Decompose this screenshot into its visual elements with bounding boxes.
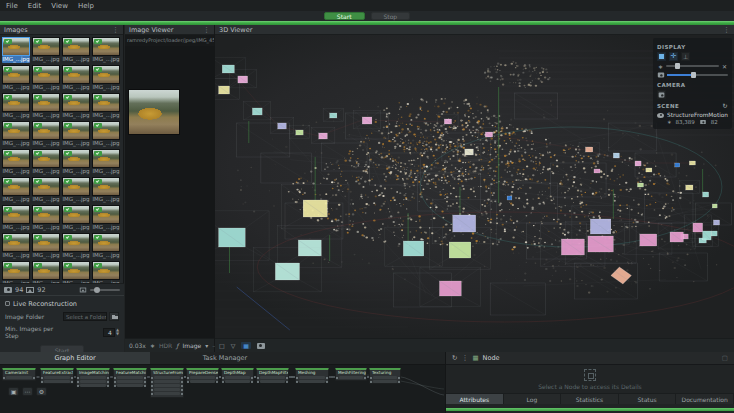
image-thumbnail[interactable]: IMG_...jpg xyxy=(2,121,30,147)
start-button[interactable]: Start xyxy=(324,12,365,20)
graph-node-meshing[interactable]: Meshing xyxy=(295,368,329,383)
image-thumbnail[interactable]: IMG_...jpg xyxy=(62,121,90,147)
image-thumbnail[interactable]: IMG_...jpg xyxy=(32,233,60,259)
image-thumbnail[interactable]: IMG_...jpg xyxy=(2,261,30,283)
view-mode-select[interactable]: Image xyxy=(182,342,201,349)
image-folder-field[interactable]: Select a Folder xyxy=(63,312,107,321)
scene-cameras-icon xyxy=(700,120,706,124)
graph-node-preparedensescene[interactable]: PrepareDenseScene xyxy=(186,368,219,382)
image-thumbnail[interactable]: IMG_...jpg xyxy=(32,65,60,91)
camera-view-icon[interactable] xyxy=(657,90,666,99)
graph-node-featurematching[interactable]: FeatureMatching xyxy=(113,368,147,387)
image-thumbnail[interactable]: IMG_...jpg xyxy=(62,205,90,231)
min-images-stepper[interactable]: ▲▼ xyxy=(116,328,119,336)
detail-tab-statistics[interactable]: Statistics xyxy=(561,394,619,404)
menu-item-help[interactable]: Help xyxy=(78,2,94,10)
reset-icon[interactable]: ✕ xyxy=(721,63,728,70)
graph-node-meshfiltering[interactable]: MeshFiltering xyxy=(335,368,367,381)
tab-task-manager[interactable]: Task Manager xyxy=(150,352,300,364)
exposure-icon[interactable]: ƒ xyxy=(176,342,178,349)
menu-item-view[interactable]: View xyxy=(51,2,68,10)
graph-node-title: DepthMap xyxy=(222,370,253,375)
node-detail-tabs: AttributesLogStatisticsStatusDocumentati… xyxy=(446,393,734,404)
viewer-3d-menu-icon[interactable]: ⋮ xyxy=(723,27,730,33)
graph-node-featureextraction[interactable]: FeatureExtraction xyxy=(40,368,74,384)
image-thumbnail[interactable]: IMG_...jpg xyxy=(92,177,120,203)
graph-node-depthmap[interactable]: DepthMap xyxy=(221,368,254,382)
image-thumbnail[interactable]: IMG_...jpg xyxy=(2,149,30,175)
image-thumbnail[interactable]: IMG_...jpg xyxy=(92,93,120,119)
image-thumbnail[interactable]: IMG_...jpg xyxy=(62,233,90,259)
points-mode-icon[interactable]: ▦ xyxy=(241,342,251,349)
image-thumbnail[interactable]: IMG_...jpg xyxy=(2,37,30,63)
image-thumbnail[interactable]: IMG_...jpg xyxy=(92,65,120,91)
image-thumbnail[interactable]: IMG_...jpg xyxy=(62,261,90,283)
graph-node-imagematching[interactable]: ImageMatching xyxy=(76,368,110,387)
image-thumbnail[interactable]: IMG_...jpg xyxy=(2,93,30,119)
gizmo-toggle-icon[interactable]: ✛ xyxy=(669,52,678,61)
tab-graph-editor[interactable]: Graph Editor xyxy=(0,352,150,364)
node-menu-icon[interactable]: ⋮ xyxy=(461,355,468,361)
image-thumbnail[interactable]: IMG_...jpg xyxy=(92,121,120,147)
image-thumbnail[interactable]: IMG_...jpg xyxy=(32,149,60,175)
grid-toggle-icon[interactable] xyxy=(657,52,666,61)
image-viewer-menu-icon[interactable]: ⋮ xyxy=(203,27,210,33)
image-thumbnail[interactable]: IMG_...jpg xyxy=(32,121,60,147)
viewport-3d[interactable]: DISPLAY ✛ ⊥ ∗ ✕ CAMERA SCE xyxy=(215,35,734,338)
image-thumbnail[interactable]: IMG_...jpg xyxy=(32,205,60,231)
image-thumbnail[interactable]: IMG_...jpg xyxy=(62,65,90,91)
image-thumbnail[interactable]: IMG_...jpg xyxy=(2,65,30,91)
image-thumbnail[interactable]: IMG_...jpg xyxy=(32,93,60,119)
grid-mode-icon[interactable]: ▽ xyxy=(231,342,236,349)
browse-folder-button[interactable] xyxy=(109,312,119,321)
image-thumbnail[interactable]: IMG_...jpg xyxy=(62,93,90,119)
graph-node-structurefrommotion[interactable]: StructureFromMotion xyxy=(150,368,184,398)
stop-button[interactable]: Stop xyxy=(371,12,411,20)
hdr-toggle[interactable]: HDR xyxy=(159,342,172,349)
graph-node-texturing[interactable]: Texturing xyxy=(369,368,401,384)
point-size-slider[interactable] xyxy=(666,65,719,67)
min-images-value[interactable]: 4 xyxy=(103,328,115,337)
detail-tab-log[interactable]: Log xyxy=(504,394,562,404)
cameras-visibility-icon[interactable] xyxy=(257,343,265,349)
visibility-eye-icon[interactable] xyxy=(657,113,664,118)
panel-expand-icon[interactable]: ▢ xyxy=(722,354,728,362)
image-thumbnail[interactable]: IMG_...jpg xyxy=(92,205,120,231)
graph-settings-button[interactable]: ⚙ xyxy=(36,387,47,396)
detail-tab-status[interactable]: Status xyxy=(619,394,677,404)
image-thumbnail[interactable]: IMG_...jpg xyxy=(92,37,120,63)
image-thumbnail[interactable]: IMG_...jpg xyxy=(2,205,30,231)
scene-refresh-icon[interactable]: ↻ xyxy=(723,102,728,109)
node-refresh-icon[interactable]: ↻ xyxy=(452,354,457,362)
graph-node-camerainit[interactable]: CameraInit xyxy=(2,368,36,381)
image-thumbnail[interactable]: IMG_...jpg xyxy=(92,261,120,283)
image-thumbnail[interactable]: IMG_...jpg xyxy=(2,233,30,259)
detail-tab-documentation[interactable]: Documentation xyxy=(676,394,734,404)
graph-node-depthmapfilter[interactable]: DepthMapFilter xyxy=(256,368,289,382)
live-reconstruction-toggle[interactable] xyxy=(5,301,10,306)
features-icon[interactable]: ∗ xyxy=(150,342,155,349)
image-thumbnail[interactable]: IMG_...jpg xyxy=(62,149,90,175)
wireframe-mode-icon[interactable]: □ xyxy=(219,342,225,349)
image-thumbnail[interactable]: IMG_...jpg xyxy=(62,177,90,203)
thumb-size-slider[interactable] xyxy=(90,289,120,291)
menu-item-file[interactable]: File xyxy=(6,2,18,10)
image-thumbnail[interactable]: IMG_...jpg xyxy=(92,233,120,259)
image-thumbnail[interactable]: IMG_...jpg xyxy=(62,37,90,63)
human-scale-icon[interactable]: ⊥ xyxy=(681,52,690,61)
image-thumbnail[interactable]: IMG_...jpg xyxy=(32,261,60,283)
node-graph[interactable]: ▣ ⋯ ⚙ CameraInitFeatureExtractionImageMa… xyxy=(0,365,445,398)
image-viewer-canvas[interactable] xyxy=(125,46,215,338)
image-thumbnail[interactable]: IMG_...jpg xyxy=(92,149,120,175)
fit-graph-button[interactable]: ▣ xyxy=(8,387,19,396)
scene-item-label[interactable]: StructureFromMotion xyxy=(667,112,728,118)
image-thumbnail[interactable]: IMG_...jpg xyxy=(2,177,30,203)
more-options-button[interactable]: ⋯ xyxy=(22,387,33,396)
node-grid-icon: ▦ xyxy=(472,354,478,362)
detail-tab-attributes[interactable]: Attributes xyxy=(446,394,504,404)
image-thumbnail[interactable]: IMG_...jpg xyxy=(32,177,60,203)
menu-item-edit[interactable]: Edit xyxy=(28,2,42,10)
camera-size-slider[interactable] xyxy=(667,74,728,76)
images-menu-icon[interactable]: ⋮ xyxy=(112,27,119,33)
image-thumbnail[interactable]: IMG_...jpg xyxy=(32,37,60,63)
